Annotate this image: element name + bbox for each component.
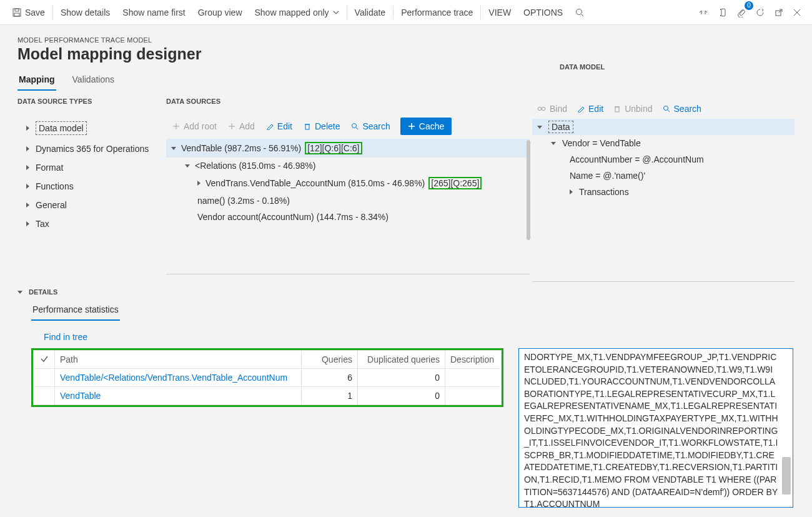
group-view-button[interactable]: Group view <box>192 0 249 25</box>
sql-query-textbox[interactable]: NDORTYPE_MX,T1.VENDPAYMFEEGROUP_JP,T1.VE… <box>518 348 793 508</box>
performance-trace-button[interactable]: Performance trace <box>395 0 479 25</box>
edit-dm-label: Edit <box>588 104 603 114</box>
svg-point-20 <box>538 108 542 111</box>
connector-icon[interactable] <box>693 0 713 25</box>
data-sources-toolbar: Add root Add Edit Delete Search <box>166 118 530 135</box>
dm-node-name[interactable]: Name = @.'name()' <box>532 168 795 184</box>
add-label: Add <box>239 121 255 131</box>
data-source-types-list: Data model Dynamics 365 for Operations F… <box>17 118 166 233</box>
chevron-right-icon <box>26 221 29 226</box>
page-title: Model mapping designer <box>17 45 795 63</box>
show-name-first-button[interactable]: Show name first <box>116 0 191 25</box>
cache-label: Cache <box>419 121 444 131</box>
details-header[interactable]: DETAILS <box>17 288 795 296</box>
details-panel: DETAILS Performance statistics Find in t… <box>0 282 812 508</box>
col-path[interactable]: Path <box>55 351 302 369</box>
save-icon <box>12 8 21 17</box>
chevron-right-icon <box>197 181 201 186</box>
ds-node-name[interactable]: name() (3.2ms - 0.18%) <box>166 193 530 209</box>
type-format[interactable]: Format <box>24 159 160 176</box>
type-tax[interactable]: Tax <box>24 215 160 233</box>
node-text: name() (3.2ms - 0.18%) <box>197 196 290 206</box>
options-menu[interactable]: OPTIONS <box>517 0 569 25</box>
tab-mapping[interactable]: Mapping <box>17 74 56 91</box>
node-text: Name = @.'name()' <box>570 171 645 181</box>
save-button[interactable]: Save <box>6 0 51 25</box>
type-dynamics365[interactable]: Dynamics 365 for Operations <box>24 140 160 158</box>
dup-queries-cell: 0 <box>358 387 445 405</box>
show-details-button[interactable]: Show details <box>54 0 116 25</box>
view-menu[interactable]: VIEW <box>482 0 517 25</box>
dm-node-transactions[interactable]: Transactions <box>532 184 795 200</box>
svg-rect-14 <box>305 124 309 129</box>
search-dm-label: Search <box>674 104 701 114</box>
col-queries[interactable]: Queries <box>302 351 358 369</box>
dm-node-vendor[interactable]: Vendor = VendTable <box>532 135 795 151</box>
refresh-button[interactable] <box>751 0 770 25</box>
attachments-button[interactable]: 0 <box>732 0 751 25</box>
type-data-model[interactable]: Data model <box>24 118 160 139</box>
scrollbar[interactable] <box>527 140 530 240</box>
queries-cell: 1 <box>302 387 358 405</box>
popout-icon <box>775 8 783 17</box>
edit-button[interactable]: Edit <box>265 119 294 134</box>
col-check[interactable] <box>34 351 55 369</box>
search-dm-button[interactable]: Search <box>663 104 701 114</box>
bind-button: Bind <box>537 104 567 114</box>
col-duplicated-queries[interactable]: Duplicated queries <box>358 351 445 369</box>
table-row[interactable]: VendTable/<Relations/VendTrans.VendTable… <box>34 369 502 387</box>
search-button[interactable] <box>569 0 590 25</box>
edit-dm-button[interactable]: Edit <box>577 104 603 114</box>
path-link[interactable]: VendTable <box>60 391 101 401</box>
type-label: Data model <box>36 121 87 135</box>
ds-node-vendtable[interactable]: VendTable (987.2ms - 56.91%)[12][Q:6][C:… <box>166 139 530 158</box>
scrollbar-thumb[interactable] <box>782 457 791 494</box>
svg-line-25 <box>668 110 670 112</box>
breadcrumb: MODEL PERFORMANCE TRACE MODEL <box>17 36 795 44</box>
node-text: VendTrans.VendTable_AccountNum (815.0ms … <box>205 178 425 188</box>
type-general[interactable]: General <box>24 196 160 214</box>
node-text: Transactions <box>579 187 629 197</box>
svg-point-16 <box>352 124 357 128</box>
search-ds-button[interactable]: Search <box>350 119 391 134</box>
ds-node-vendor-account[interactable]: Vendor account(AccountNum) (144.7ms - 8.… <box>166 209 530 225</box>
node-text: <Relations (815.0ms - 46.98%) <box>195 161 315 171</box>
find-in-tree-link[interactable]: Find in tree <box>44 332 87 342</box>
dm-node-data[interactable]: Data <box>532 119 795 135</box>
three-column-layout: DATA SOURCE TYPES Data model Dynamics 36… <box>17 98 795 282</box>
node-text: VendTable (987.2ms - 56.91%) <box>181 143 301 153</box>
office-icon[interactable] <box>713 0 732 25</box>
data-source-types-label: DATA SOURCE TYPES <box>17 98 166 105</box>
designer-tabs: Mapping Validations <box>17 74 542 91</box>
pencil-icon <box>577 105 585 113</box>
show-mapped-only-button[interactable]: Show mapped only <box>249 0 345 25</box>
ds-node-vendtrans[interactable]: VendTrans.VendTable_AccountNum (815.0ms … <box>166 174 530 193</box>
type-label: General <box>36 200 67 210</box>
type-functions[interactable]: Functions <box>24 178 160 195</box>
data-model-panel: Bind Edit Unbind Search Data <box>532 98 795 282</box>
chevron-right-icon <box>570 189 573 194</box>
svg-point-21 <box>542 108 545 111</box>
view-label: VIEW <box>488 8 511 18</box>
delete-button[interactable]: Delete <box>302 119 341 134</box>
dm-node-account-number[interactable]: AccountNumber = @.AccountNum <box>532 151 795 168</box>
close-button[interactable] <box>788 0 806 25</box>
node-text: Vendor = VendTable <box>562 138 641 148</box>
popout-button[interactable] <box>770 0 788 25</box>
validate-button[interactable]: Validate <box>349 0 392 25</box>
path-link[interactable]: VendTable/<Relations/VendTrans.VendTable… <box>60 373 287 383</box>
add-button: Add <box>227 119 256 134</box>
ds-node-relations[interactable]: <Relations (815.0ms - 46.98%) <box>166 158 530 174</box>
plus-icon <box>408 123 415 130</box>
separator <box>393 6 394 19</box>
svg-rect-22 <box>615 107 619 112</box>
show-mapped-only-label: Show mapped only <box>255 8 329 18</box>
cache-button[interactable]: Cache <box>400 118 452 135</box>
chevron-down-icon <box>537 126 542 129</box>
chevron-right-icon <box>26 203 29 208</box>
table-row[interactable]: VendTable 1 0 <box>34 387 502 405</box>
col-description[interactable]: Description <box>445 351 502 369</box>
tab-performance-statistics[interactable]: Performance statistics <box>31 304 120 321</box>
data-source-types-panel: DATA SOURCE TYPES Data model Dynamics 36… <box>17 98 166 234</box>
tab-validations[interactable]: Validations <box>71 74 116 91</box>
